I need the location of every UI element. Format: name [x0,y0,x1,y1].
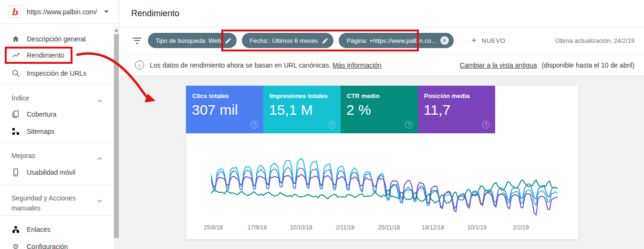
filter-chip-page[interactable]: Página: +https://www.palbin.co... ✕ [339,33,453,48]
x-axis-label: 17/9/18 [248,224,267,231]
sidebar-item-label: Sitemaps [27,128,54,135]
chip-label: Página: +https://www.palbin.co... [346,37,436,44]
metric-value: 2 % [346,102,371,118]
property-url: https://www.palbin.com/ [27,8,97,16]
help-icon[interactable]: ? [482,121,490,129]
sidebar-item-url-inspection[interactable]: Inspección de URLs [0,64,113,82]
page-title: Rendimiento [131,9,179,19]
performance-card: 25/8/1817/9/1810/10/182/11/1825/11/1818/… [186,86,578,239]
metric-average-position[interactable]: Posición media 11,7 ? [418,86,495,133]
help-icon[interactable]: ? [250,121,258,129]
section-label: Seguridad y Acciones manuales [11,193,83,213]
trending-up-icon [11,51,20,60]
x-axis-label: 10/10/18 [290,224,312,231]
links-tree-icon [11,225,20,234]
sidebar-item-label: Cobertura [27,110,56,118]
home-icon [11,35,20,43]
divider [0,84,113,85]
scrollbar-thumb[interactable] [114,34,119,238]
property-selector[interactable]: b https://www.palbin.com/ [0,0,119,24]
smartphone-icon [11,168,20,177]
chevron-up-icon [97,96,102,105]
sitemap-tree-icon [11,127,20,136]
help-icon[interactable]: ? [405,121,413,129]
metric-label: Posición media [424,92,469,100]
filter-icon[interactable] [133,38,141,44]
info-icon: i [135,60,144,70]
chip-label: Fecha:: Últimos 6 meses [249,37,318,44]
sidebar-item-settings[interactable]: ⚙ Configuración [0,238,113,249]
metric-cards: Clics totales 307 mil ? Impresiones tota… [186,86,495,133]
old-view-link[interactable]: Cambiar a la vista antigua [460,61,537,69]
x-axis-label: 2/11/18 [336,224,354,231]
metric-label: CTR medio [347,92,380,100]
last-update-text: Última actualización: 24/2/19 [555,37,634,44]
metric-average-ctr[interactable]: CTR medio 2 % ? [341,86,418,133]
pencil-icon[interactable] [322,37,329,44]
sidebar-item-sitemaps[interactable]: Sitemaps [0,122,113,140]
chevron-up-icon [97,154,102,162]
filter-chip-search-type[interactable]: Tipo de búsqueda: Web [148,33,237,48]
chip-label: Tipo de búsqueda: Web [156,37,221,44]
more-info-link[interactable]: Más información [332,61,382,69]
new-filter-label: NUEVO [482,37,506,44]
sidebar-item-label: Usabilidad móvil [27,169,75,176]
sidebar-section-index[interactable]: Índice [0,89,113,105]
sidebar-item-label: Rendimiento [27,51,64,59]
sidebar-item-label: Inspección de URLs [27,70,86,77]
sidebar-item-performance[interactable]: Rendimiento [0,46,113,64]
chevron-down-icon [97,196,102,205]
coverage-pages-icon [11,110,20,119]
sidebar-item-label: Descripción general [27,35,86,43]
x-axis-label: 25/8/18 [204,224,223,231]
sidebar-scrollbar[interactable]: ▲ [114,27,119,249]
x-axis-label: 10/1/19 [467,224,487,231]
divider [0,215,113,216]
chevron-down-icon [104,10,109,13]
x-axis-label: 2/2/19 [513,224,529,231]
pencil-icon[interactable] [225,37,232,44]
help-icon[interactable]: ? [328,121,335,129]
old-view-note: (disponible hasta el 10 de abril) [541,61,634,69]
site-logo: b [8,5,21,18]
remove-filter-icon[interactable]: ✕ [440,36,449,45]
filter-chip-date[interactable]: Fecha:: Últimos 6 meses [242,33,333,48]
old-view-switch: Cambiar a la vista antigua (disponible h… [460,61,634,69]
x-axis-label: 18/12/18 [422,224,444,231]
section-label: Índice [11,93,83,103]
new-filter-button[interactable]: + NUEVO [471,35,506,46]
metric-value: 307 mil [192,102,238,118]
sidebar-section-security[interactable]: Seguridad y Acciones manuales [0,189,113,213]
info-banner: i Los datos de rendimiento ahora se basa… [119,54,644,76]
metric-total-impressions[interactable]: Impresiones totales 15,1 M ? [263,86,341,133]
metric-value: 15,1 M [269,102,313,118]
sidebar: b https://www.palbin.com/ Descripción ge… [0,0,119,249]
page-header: Rendimiento [119,0,644,27]
sidebar-item-overview[interactable]: Descripción general [0,30,113,48]
sidebar-item-coverage[interactable]: Cobertura [0,105,113,123]
sidebar-section-improvements[interactable]: Mejoras [0,146,113,162]
filter-bar: Tipo de búsqueda: Web Fecha:: Últimos 6 … [119,27,644,54]
metric-total-clicks[interactable]: Clics totales 307 mil ? [186,86,263,133]
sidebar-item-label: Configuración [27,243,68,249]
scrollbar-up-arrow[interactable]: ▲ [114,27,119,34]
section-label: Mejoras [11,151,83,161]
divider [0,142,113,142]
gear-icon: ⚙ [11,242,20,249]
sidebar-item-label: Enlaces [27,226,51,233]
metric-value: 11,7 [424,102,450,118]
sidebar-item-mobile-usability[interactable]: Usabilidad móvil [0,163,113,181]
divider [0,185,113,185]
x-axis-label: 25/11/18 [378,224,400,231]
plus-icon: + [471,35,477,46]
search-icon [11,69,20,78]
sidebar-item-links[interactable]: Enlaces [0,220,113,239]
info-text: Los datos de rendimiento ahora se basan … [150,61,331,69]
metric-label: Clics totales [192,92,229,100]
metric-label: Impresiones totales [270,92,328,100]
